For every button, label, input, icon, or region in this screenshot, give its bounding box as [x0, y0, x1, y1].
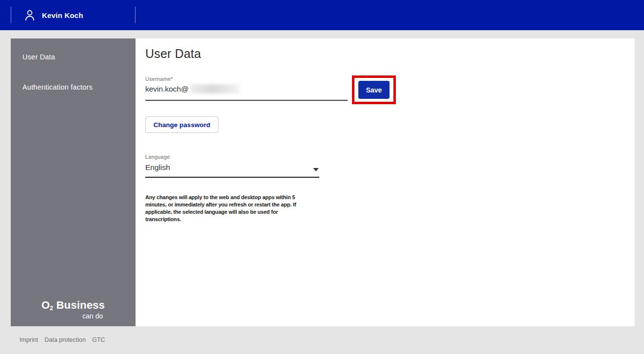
brand-logo-wordmark: O2 Business — [41, 299, 105, 312]
sidebar-item-user-data[interactable]: User Data — [22, 53, 55, 61]
language-underline — [145, 177, 319, 178]
sidebar-item-authentication-factors[interactable]: Authentication factors — [22, 83, 93, 91]
sidebar: User Data Authentication factors O2 Busi… — [11, 38, 136, 326]
settings-note-line: applicable, the selected language will a… — [145, 208, 296, 216]
save-button[interactable]: Save — [358, 81, 390, 99]
username-label: Username* — [145, 76, 173, 82]
topbar-divider-right — [135, 7, 136, 23]
user-name: Kevin Koch — [42, 11, 83, 19]
username-redaction-blur — [190, 84, 240, 93]
settings-note: Any changes will apply to the web and de… — [145, 194, 296, 223]
user-menu[interactable]: Kevin Koch — [23, 0, 83, 30]
footer-link-data-protection[interactable]: Data protection — [44, 336, 86, 343]
settings-note-line: transcriptions. — [145, 216, 296, 223]
footer-link-imprint[interactable]: Imprint — [20, 336, 38, 343]
language-label: Language — [145, 154, 170, 160]
language-select[interactable]: English — [145, 163, 170, 172]
main-panel: User Data Username* kevin.koch@ Save Cha… — [136, 38, 635, 326]
page-title: User Data — [145, 47, 201, 61]
chevron-down-icon — [313, 168, 319, 171]
username-input[interactable]: kevin.koch@ — [145, 84, 240, 93]
language-value: English — [145, 163, 170, 172]
change-password-button[interactable]: Change password — [145, 116, 218, 133]
brand-logo-tagline: can do — [43, 312, 103, 320]
settings-note-line: minutes, or immediately after you refres… — [145, 201, 296, 208]
username-underline — [145, 100, 348, 101]
brand-logo: O2 Business can do — [11, 299, 136, 320]
user-icon — [23, 9, 36, 21]
footer: Imprint Data protection GTC — [20, 336, 105, 343]
annotation-highlight-box: Save — [352, 75, 396, 104]
settings-note-line: Any changes will apply to the web and de… — [145, 194, 296, 201]
username-value: kevin.koch@ — [145, 85, 189, 93]
topbar-divider-left — [11, 7, 11, 23]
topbar: Kevin Koch — [0, 0, 644, 30]
footer-link-gtc[interactable]: GTC — [92, 336, 105, 343]
